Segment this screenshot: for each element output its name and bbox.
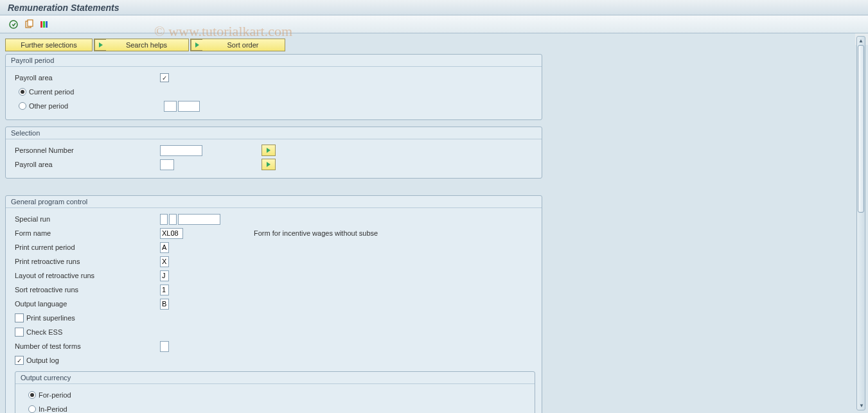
sort-order-button[interactable]: Sort order [190,39,285,51]
execute-icon[interactable] [8,19,19,30]
color-bars-icon[interactable] [39,19,50,30]
svg-point-0 [10,21,17,28]
payroll-area-sel-label: Payroll area [15,161,156,168]
print-retro-label: Print retroactive runs [15,258,156,265]
application-toolbar [0,15,868,33]
output-currency-group: Output currency For-period In-Period [15,371,535,413]
arrow-right-icon [191,39,202,51]
print-current-period-label: Print current period [15,243,156,251]
check-ess-checkbox[interactable]: Check ESS [15,328,62,337]
print-superlines-checkbox[interactable]: Print superlines [15,313,75,322]
other-period-input-2[interactable] [178,101,200,112]
svg-rect-4 [43,21,45,28]
sort-retro-label: Sort retroactive runs [15,286,156,294]
radio-icon [19,102,26,110]
selection-group: Selection Personnel Number Payroll area [5,127,542,179]
radio-icon [28,391,36,399]
vertical-scrollbar[interactable]: ▲ ▼ [856,36,865,410]
title-bar: Remuneration Statements [0,0,868,15]
button-label: Search helps [126,41,167,49]
form-name-label: Form name [15,229,156,237]
group-title: Selection [6,127,542,139]
personnel-number-label: Personnel Number [15,146,156,154]
main-area: Further selections Search helps Sort ord… [0,33,868,413]
checkbox-label: Check ESS [26,328,62,336]
other-period-radio[interactable]: Other period [19,102,160,110]
radio-label: Current period [29,88,74,96]
group-title: Output currency [15,372,535,384]
scroll-down-icon[interactable]: ▼ [858,401,865,409]
svg-rect-3 [40,21,42,28]
svg-rect-5 [46,21,48,28]
current-period-radio[interactable]: Current period [19,88,160,96]
output-log-checkbox[interactable]: ✓ Output log [15,356,59,365]
group-title: General program control [6,196,542,208]
variant-icon[interactable] [23,19,35,30]
output-lang-label: Output language [15,300,156,308]
general-program-control-group: General program control Special run Form… [5,195,542,413]
radio-label: Other period [29,102,68,110]
search-helps-button[interactable]: Search helps [94,39,189,51]
print-retro-input[interactable] [160,256,169,267]
payroll-area-checkbox[interactable]: ✓ [160,73,169,82]
special-run-input-1[interactable] [160,214,168,225]
group-title: Payroll period [6,55,542,67]
selection-button-row: Further selections Search helps Sort ord… [5,39,850,51]
button-label: Sort order [227,41,259,49]
checkbox-label: Print superlines [26,314,75,322]
scroll-thumb[interactable] [858,45,864,213]
other-period-input-1[interactable] [164,101,177,112]
checkbox-icon [15,328,24,337]
radio-icon [28,405,36,413]
multiple-selection-button[interactable] [261,159,276,170]
personnel-number-input[interactable] [160,145,202,156]
scroll-up-icon[interactable]: ▲ [857,37,865,44]
form-name-input[interactable] [160,228,183,239]
further-selections-button[interactable]: Further selections [5,39,93,51]
page-title: Remuneration Statements [8,3,860,13]
special-run-input-3[interactable] [178,214,220,225]
in-period-radio[interactable]: In-Period [28,405,67,413]
checkbox-icon [15,313,24,322]
button-label: Further selections [21,41,76,49]
radio-label: In-Period [39,405,67,413]
scroll-content: Further selections Search helps Sort ord… [0,33,855,413]
for-period-radio[interactable]: For-period [28,391,71,399]
payroll-period-group: Payroll period Payroll area ✓ Current pe… [5,54,542,120]
payroll-area-label: Payroll area [15,74,156,82]
arrow-right-icon [94,39,106,51]
special-run-input-2[interactable] [169,214,177,225]
form-name-description: Form for incentive wages without subse [254,229,378,237]
num-test-forms-label: Number of test forms [15,342,156,350]
checkbox-icon: ✓ [15,356,24,365]
radio-label: For-period [39,391,71,399]
output-lang-input[interactable] [160,299,169,310]
sort-retro-input[interactable] [160,285,169,295]
special-run-label: Special run [15,215,156,223]
multiple-selection-button[interactable] [261,145,276,156]
payroll-area-sel-input[interactable] [160,159,174,170]
checkbox-label: Output log [26,356,59,364]
radio-icon [19,88,26,96]
layout-retro-label: Layout of retroactive runs [15,272,156,279]
layout-retro-input[interactable] [160,270,169,281]
num-test-forms-input[interactable] [160,341,169,352]
print-current-period-input[interactable] [160,242,169,253]
svg-rect-2 [28,20,33,26]
